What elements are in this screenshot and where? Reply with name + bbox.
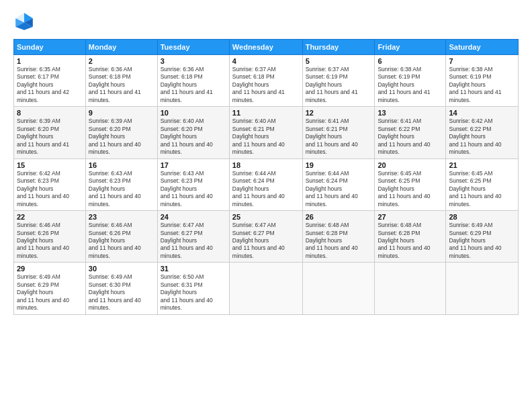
day-info: Sunrise: 6:38 AM Sunset: 6:19 PM Dayligh…: [378, 66, 443, 104]
day-info: Sunrise: 6:36 AM Sunset: 6:18 PM Dayligh…: [89, 66, 154, 104]
day-info: Sunrise: 6:43 AM Sunset: 6:23 PM Dayligh…: [161, 170, 226, 208]
calendar-cell: 31 Sunrise: 6:50 AM Sunset: 6:31 PM Dayl…: [157, 263, 229, 314]
day-info: Sunrise: 6:48 AM Sunset: 6:28 PM Dayligh…: [378, 222, 443, 260]
calendar-cell: 14 Sunrise: 6:42 AM Sunset: 6:22 PM Dayl…: [446, 107, 519, 158]
logo: [13, 11, 38, 32]
day-info: Sunrise: 6:38 AM Sunset: 6:19 PM Dayligh…: [449, 66, 515, 104]
logo-icon: [13, 11, 35, 32]
calendar-cell: 19 Sunrise: 6:44 AM Sunset: 6:24 PM Dayl…: [302, 158, 375, 210]
day-info: Sunrise: 6:40 AM Sunset: 6:20 PM Dayligh…: [161, 118, 226, 156]
day-number: 27: [378, 213, 443, 221]
calendar-cell: 5 Sunrise: 6:37 AM Sunset: 6:19 PM Dayli…: [302, 55, 375, 107]
day-number: 10: [161, 109, 226, 117]
day-number: 29: [17, 265, 83, 273]
day-number: 6: [378, 57, 443, 65]
calendar-cell: 15 Sunrise: 6:42 AM Sunset: 6:23 PM Dayl…: [14, 158, 86, 210]
day-number: 17: [161, 161, 226, 169]
header: [13, 11, 519, 32]
calendar-cell: [375, 263, 446, 314]
calendar-cell: 24 Sunrise: 6:47 AM Sunset: 6:27 PM Dayl…: [157, 211, 229, 263]
calendar-header-friday: Friday: [375, 40, 446, 55]
day-number: 16: [89, 161, 154, 169]
day-number: 22: [17, 213, 83, 221]
calendar-week-4: 22 Sunrise: 6:46 AM Sunset: 6:26 PM Dayl…: [14, 211, 519, 263]
calendar-page: SundayMondayTuesdayWednesdayThursdayFrid…: [0, 0, 532, 411]
day-number: 8: [17, 109, 83, 117]
day-info: Sunrise: 6:48 AM Sunset: 6:28 PM Dayligh…: [306, 222, 372, 260]
day-info: Sunrise: 6:41 AM Sunset: 6:22 PM Dayligh…: [378, 118, 443, 156]
day-info: Sunrise: 6:49 AM Sunset: 6:30 PM Dayligh…: [89, 273, 154, 312]
calendar-cell: 21 Sunrise: 6:45 AM Sunset: 6:25 PM Dayl…: [446, 158, 519, 210]
day-info: Sunrise: 6:49 AM Sunset: 6:29 PM Dayligh…: [449, 222, 515, 260]
day-number: 7: [449, 57, 515, 65]
calendar-cell: 25 Sunrise: 6:47 AM Sunset: 6:27 PM Dayl…: [229, 211, 302, 263]
calendar-cell: 12 Sunrise: 6:41 AM Sunset: 6:21 PM Dayl…: [302, 107, 375, 158]
day-number: 1: [17, 57, 83, 65]
day-info: Sunrise: 6:46 AM Sunset: 6:26 PM Dayligh…: [17, 222, 83, 260]
calendar-header-wednesday: Wednesday: [229, 40, 302, 55]
calendar-week-5: 29 Sunrise: 6:49 AM Sunset: 6:29 PM Dayl…: [14, 263, 519, 314]
day-number: 23: [89, 213, 154, 221]
calendar-cell: 10 Sunrise: 6:40 AM Sunset: 6:20 PM Dayl…: [157, 107, 229, 158]
day-info: Sunrise: 6:45 AM Sunset: 6:25 PM Dayligh…: [449, 170, 515, 208]
day-info: Sunrise: 6:40 AM Sunset: 6:21 PM Dayligh…: [232, 118, 300, 156]
day-number: 18: [232, 161, 300, 169]
calendar-table: SundayMondayTuesdayWednesdayThursdayFrid…: [13, 39, 519, 315]
day-info: Sunrise: 6:44 AM Sunset: 6:24 PM Dayligh…: [306, 170, 372, 208]
day-info: Sunrise: 6:45 AM Sunset: 6:25 PM Dayligh…: [378, 170, 443, 208]
day-info: Sunrise: 6:39 AM Sunset: 6:20 PM Dayligh…: [89, 118, 154, 156]
day-number: 14: [449, 109, 515, 117]
calendar-cell: 2 Sunrise: 6:36 AM Sunset: 6:18 PM Dayli…: [85, 55, 157, 107]
day-number: 4: [232, 57, 300, 65]
calendar-cell: 29 Sunrise: 6:49 AM Sunset: 6:29 PM Dayl…: [14, 263, 86, 314]
calendar-cell: 1 Sunrise: 6:35 AM Sunset: 6:17 PM Dayli…: [14, 55, 86, 107]
calendar-header-saturday: Saturday: [446, 40, 519, 55]
calendar-cell: 11 Sunrise: 6:40 AM Sunset: 6:21 PM Dayl…: [229, 107, 302, 158]
day-info: Sunrise: 6:43 AM Sunset: 6:23 PM Dayligh…: [89, 170, 154, 208]
calendar-cell: 7 Sunrise: 6:38 AM Sunset: 6:19 PM Dayli…: [446, 55, 519, 107]
day-number: 31: [161, 265, 226, 273]
calendar-cell: [302, 263, 375, 314]
day-number: 24: [161, 213, 226, 221]
day-info: Sunrise: 6:36 AM Sunset: 6:18 PM Dayligh…: [161, 66, 226, 104]
calendar-cell: 20 Sunrise: 6:45 AM Sunset: 6:25 PM Dayl…: [375, 158, 446, 210]
day-info: Sunrise: 6:39 AM Sunset: 6:20 PM Dayligh…: [17, 118, 83, 156]
day-number: 25: [232, 213, 300, 221]
calendar-header-row: SundayMondayTuesdayWednesdayThursdayFrid…: [14, 40, 519, 55]
calendar-cell: 17 Sunrise: 6:43 AM Sunset: 6:23 PM Dayl…: [157, 158, 229, 210]
day-number: 28: [449, 213, 515, 221]
calendar-header-tuesday: Tuesday: [157, 40, 229, 55]
calendar-cell: 3 Sunrise: 6:36 AM Sunset: 6:18 PM Dayli…: [157, 55, 229, 107]
day-number: 5: [306, 57, 372, 65]
day-info: Sunrise: 6:44 AM Sunset: 6:24 PM Dayligh…: [232, 170, 300, 208]
calendar-week-1: 1 Sunrise: 6:35 AM Sunset: 6:17 PM Dayli…: [14, 55, 519, 107]
calendar-header-thursday: Thursday: [302, 40, 375, 55]
day-number: 21: [449, 161, 515, 169]
calendar-cell: 8 Sunrise: 6:39 AM Sunset: 6:20 PM Dayli…: [14, 107, 86, 158]
day-number: 26: [306, 213, 372, 221]
day-info: Sunrise: 6:50 AM Sunset: 6:31 PM Dayligh…: [161, 273, 226, 312]
calendar-cell: 13 Sunrise: 6:41 AM Sunset: 6:22 PM Dayl…: [375, 107, 446, 158]
calendar-header-sunday: Sunday: [14, 40, 86, 55]
calendar-cell: 28 Sunrise: 6:49 AM Sunset: 6:29 PM Dayl…: [446, 211, 519, 263]
day-number: 12: [306, 109, 372, 117]
calendar-header-monday: Monday: [85, 40, 157, 55]
day-number: 9: [89, 109, 154, 117]
calendar-cell: 26 Sunrise: 6:48 AM Sunset: 6:28 PM Dayl…: [302, 211, 375, 263]
day-info: Sunrise: 6:37 AM Sunset: 6:18 PM Dayligh…: [232, 66, 300, 104]
day-info: Sunrise: 6:47 AM Sunset: 6:27 PM Dayligh…: [232, 222, 300, 260]
day-info: Sunrise: 6:42 AM Sunset: 6:22 PM Dayligh…: [449, 118, 515, 156]
day-number: 20: [378, 161, 443, 169]
calendar-cell: 18 Sunrise: 6:44 AM Sunset: 6:24 PM Dayl…: [229, 158, 302, 210]
day-number: 3: [161, 57, 226, 65]
calendar-cell: 16 Sunrise: 6:43 AM Sunset: 6:23 PM Dayl…: [85, 158, 157, 210]
day-number: 30: [89, 265, 154, 273]
day-info: Sunrise: 6:41 AM Sunset: 6:21 PM Dayligh…: [306, 118, 372, 156]
day-number: 11: [232, 109, 300, 117]
calendar-week-3: 15 Sunrise: 6:42 AM Sunset: 6:23 PM Dayl…: [14, 158, 519, 210]
day-number: 19: [306, 161, 372, 169]
calendar-cell: 22 Sunrise: 6:46 AM Sunset: 6:26 PM Dayl…: [14, 211, 86, 263]
day-info: Sunrise: 6:46 AM Sunset: 6:26 PM Dayligh…: [89, 222, 154, 260]
day-info: Sunrise: 6:42 AM Sunset: 6:23 PM Dayligh…: [17, 170, 83, 208]
calendar-cell: 6 Sunrise: 6:38 AM Sunset: 6:19 PM Dayli…: [375, 55, 446, 107]
